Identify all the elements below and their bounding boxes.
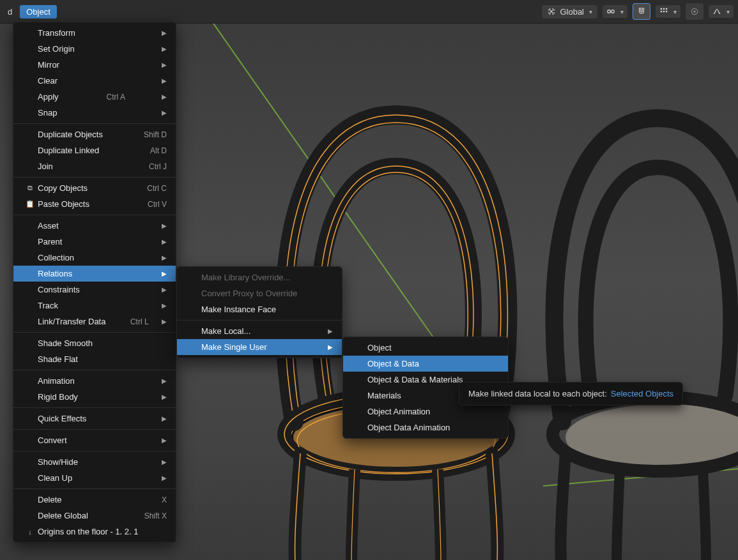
menu-separator <box>13 429 176 430</box>
menu-duplicate-objects[interactable]: Duplicate ObjectsShift D <box>13 126 176 142</box>
snap-settings-dropdown[interactable]: ▾ <box>655 4 681 19</box>
menu-separator <box>13 215 176 215</box>
submenu-arrow-icon: ▶ <box>146 109 167 116</box>
menu-separator <box>13 123 176 124</box>
submenu-arrow-icon: ▶ <box>312 328 333 335</box>
menu-make-local[interactable]: Make Local...▶ <box>177 323 342 339</box>
svg-rect-12 <box>666 8 667 10</box>
menu-single-obj-animation[interactable]: Object Animation <box>343 404 508 420</box>
redo-last-icon: ↓ <box>22 528 38 536</box>
submenu-arrow-icon: ▶ <box>146 45 167 52</box>
submenu-arrow-icon: ▶ <box>146 254 167 261</box>
menu-rigid-body[interactable]: Rigid Body▶ <box>13 389 176 405</box>
menu-make-single-user[interactable]: Make Single User▶ <box>177 339 342 355</box>
menu-asset[interactable]: Asset▶ <box>13 218 176 234</box>
submenu-arrow-icon: ▶ <box>146 437 167 444</box>
submenu-arrow-icon: ▶ <box>146 77 167 84</box>
magnet-icon <box>637 7 646 16</box>
relations-submenu: Make Library Override... Convert Proxy t… <box>176 266 342 358</box>
menu-clean-up[interactable]: Clean Up▶ <box>13 470 176 486</box>
proportional-icon <box>690 7 699 16</box>
menu-snap[interactable]: Snap▶ <box>13 105 176 121</box>
proportional-falloff-dropdown[interactable]: ▾ <box>708 4 734 19</box>
menu-mirror[interactable]: Mirror▶ <box>13 57 176 73</box>
submenu-arrow-icon: ▶ <box>146 415 167 422</box>
submenu-arrow-icon: ▶ <box>158 318 167 325</box>
submenu-arrow-icon: ▶ <box>146 222 167 229</box>
menu-link-transfer[interactable]: Link/Transfer DataCtrl L▶ <box>13 314 176 329</box>
object-menu: Transform▶ Set Origin▶ Mirror▶ Clear▶ Ap… <box>13 22 176 543</box>
menu-make-instance-face[interactable]: Make Instance Face <box>177 301 342 317</box>
editor-type-cut: d <box>4 5 16 19</box>
chevron-down-icon: ▾ <box>726 8 730 15</box>
svg-rect-11 <box>663 8 665 10</box>
chevron-down-icon: ▾ <box>673 8 677 15</box>
submenu-arrow-icon: ▶ <box>146 270 167 277</box>
menu-constraints[interactable]: Constraints▶ <box>13 282 176 298</box>
chevron-down-icon: ▾ <box>620 8 624 15</box>
menu-quick-effects[interactable]: Quick Effects▶ <box>13 411 176 427</box>
submenu-arrow-icon: ▶ <box>146 458 167 465</box>
svg-rect-13 <box>661 11 662 12</box>
menu-collection[interactable]: Collection▶ <box>13 250 176 266</box>
hover-tooltip: Make linked data local to each object: S… <box>459 382 683 405</box>
menu-convert-proxy[interactable]: Convert Proxy to Override <box>177 285 342 301</box>
menu-separator <box>13 407 176 408</box>
menu-join[interactable]: JoinCtrl J <box>13 158 176 174</box>
submenu-arrow-icon: ▶ <box>146 393 167 400</box>
falloff-smooth-icon <box>712 7 721 16</box>
object-menu-button[interactable]: Object <box>20 5 57 19</box>
menu-apply[interactable]: ApplyCtrl A▶ <box>13 89 176 105</box>
submenu-arrow-icon: ▶ <box>146 29 167 36</box>
snap-toggle[interactable] <box>632 3 651 20</box>
submenu-arrow-icon: ▶ <box>146 302 167 309</box>
menu-parent[interactable]: Parent▶ <box>13 234 176 250</box>
orientation-label: Global <box>560 7 584 17</box>
paste-icon: 📋 <box>22 200 38 208</box>
menu-make-library-override[interactable]: Make Library Override... <box>177 269 342 285</box>
copy-icon: ⧉ <box>22 184 38 192</box>
menu-delete-global[interactable]: Delete GlobalShift X <box>13 508 176 524</box>
menu-animation[interactable]: Animation▶ <box>13 373 176 389</box>
menu-paste-objects[interactable]: 📋Paste ObjectsCtrl V <box>13 196 176 212</box>
menu-single-object-data[interactable]: Object & Data <box>343 356 508 372</box>
chevron-down-icon: ▾ <box>589 8 592 15</box>
menu-shade-smooth[interactable]: Shade Smooth <box>13 335 176 351</box>
menu-set-origin[interactable]: Set Origin▶ <box>13 41 176 57</box>
menu-shade-flat[interactable]: Shade Flat <box>13 351 176 367</box>
menu-copy-objects[interactable]: ⧉Copy ObjectsCtrl C <box>13 180 176 196</box>
menu-track[interactable]: Track▶ <box>13 298 176 314</box>
menu-relations[interactable]: Relations▶ <box>13 266 176 282</box>
svg-rect-15 <box>666 11 667 12</box>
submenu-arrow-icon: ▶ <box>158 93 167 100</box>
orientation-icon <box>547 7 556 16</box>
menu-show-hide[interactable]: Show/Hide▶ <box>13 454 176 470</box>
menu-single-object[interactable]: Object <box>343 340 508 356</box>
svg-rect-14 <box>663 11 665 12</box>
menu-duplicate-linked[interactable]: Duplicate LinkedAlt D <box>13 142 176 158</box>
menu-separator <box>13 370 176 370</box>
submenu-arrow-icon: ▶ <box>146 238 167 245</box>
submenu-arrow-icon: ▶ <box>146 286 167 293</box>
menu-separator <box>13 177 176 178</box>
menu-single-obj-data-animation[interactable]: Object Data Animation <box>343 420 508 435</box>
menu-separator <box>13 488 176 489</box>
proportional-edit-toggle[interactable] <box>685 3 704 20</box>
menu-transform[interactable]: Transform▶ <box>13 25 176 41</box>
menu-clear[interactable]: Clear▶ <box>13 73 176 89</box>
menu-separator <box>13 451 176 451</box>
snap-increment-icon <box>659 7 668 16</box>
submenu-arrow-icon: ▶ <box>312 344 333 351</box>
menu-convert[interactable]: Convert▶ <box>13 432 176 448</box>
menu-separator <box>13 332 176 333</box>
tooltip-selected-objects: Selected Objects <box>611 389 673 398</box>
transform-orientation-dropdown[interactable]: Global ▾ <box>541 4 598 19</box>
transform-pivot-dropdown[interactable]: ▾ <box>602 4 628 19</box>
submenu-arrow-icon: ▶ <box>146 377 167 384</box>
svg-point-9 <box>611 10 615 13</box>
menu-delete[interactable]: DeleteX <box>13 492 176 508</box>
menu-separator <box>177 320 342 321</box>
menu-last-operator[interactable]: ↓Origins on the floor - 1. 2. 1 <box>13 524 176 540</box>
submenu-arrow-icon: ▶ <box>146 61 167 68</box>
submenu-arrow-icon: ▶ <box>146 474 167 481</box>
